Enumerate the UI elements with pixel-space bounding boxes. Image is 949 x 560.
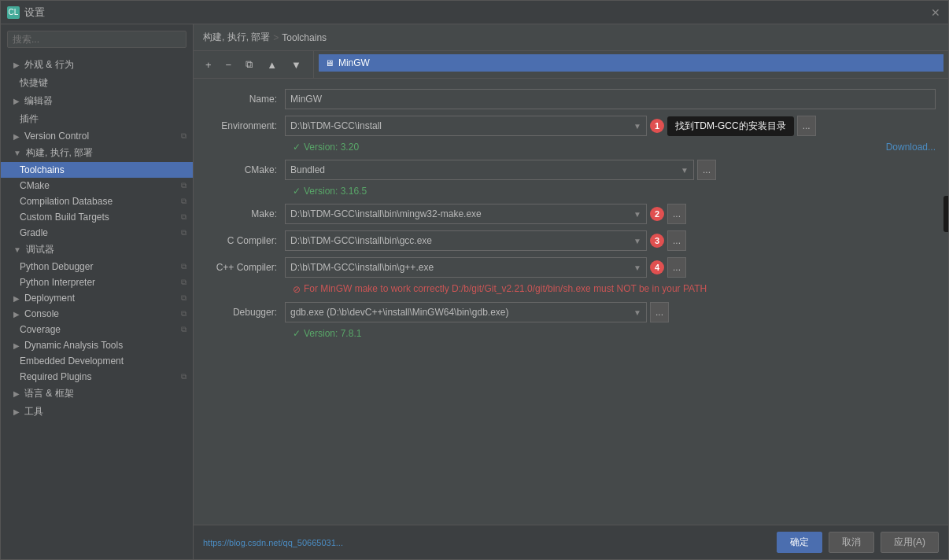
- make-row: Make: D:\b\TDM-GCC\install\bin\mingw32-m…: [206, 203, 936, 225]
- sidebar-item-shortcuts[interactable]: 快捷键: [1, 74, 193, 92]
- sidebar-item-version-control[interactable]: ▶ Version Control ⧉: [1, 128, 193, 144]
- ccompiler-dropdown[interactable]: D:\b\TDM-GCC\install\bin\gcc.exe ▼: [285, 230, 647, 251]
- sidebar-item-gradle[interactable]: Gradle ⧉: [1, 225, 193, 241]
- make-badge: 2: [650, 207, 664, 221]
- arrow-icon: ▶: [13, 310, 20, 319]
- sidebar-item-dynamic-analysis[interactable]: ▶ Dynamic Analysis Tools: [1, 337, 193, 353]
- sidebar-item-label: Custom Build Targets: [20, 212, 109, 223]
- make-dropdown[interactable]: D:\b\TDM-GCC\install\bin\mingw32-make.ex…: [285, 204, 647, 224]
- copy-icon: ⧉: [181, 278, 186, 287]
- env-control: D:\b\TDM-GCC\install ▼ 1 找到TDM-GCC的安装目录 …: [285, 116, 936, 136]
- main-panel: 构建, 执行, 部署 > Toolchains + − ⧉ ▲ ▼ 🖥 MinG…: [194, 24, 948, 559]
- copy-icon: ⧉: [181, 262, 186, 271]
- ccompiler-label: C Compiler:: [206, 235, 285, 246]
- sidebar-item-label: Compilation Database: [20, 196, 113, 207]
- download-link[interactable]: Download...: [886, 142, 936, 153]
- sidebar-item-label: Embedded Development: [20, 356, 124, 367]
- cppcompiler-badge: 4: [650, 260, 664, 274]
- arrow-icon: ▶: [13, 294, 20, 303]
- sidebar-item-required-plugins[interactable]: Required Plugins ⧉: [1, 369, 193, 385]
- cppcompiler-browse-button[interactable]: ...: [667, 257, 686, 278]
- close-button[interactable]: ✕: [929, 6, 942, 19]
- cppcompiler-control: D:\b\TDM-GCC\install\bin\g++.exe ▼ 4 ...: [285, 257, 936, 278]
- sidebar-item-cmake[interactable]: CMake ⧉: [1, 178, 193, 193]
- sidebar-item-label: Python Interpreter: [20, 277, 95, 288]
- copy-icon: ⧉: [181, 325, 186, 334]
- cmake-dropdown[interactable]: Bundled ▼: [285, 160, 694, 180]
- breadcrumb-sep: >: [273, 32, 279, 43]
- ccompiler-value: D:\b\TDM-GCC\install\bin\gcc.exe: [290, 235, 432, 246]
- env-version-text: Version: 3.20: [304, 142, 359, 153]
- right-annotation: 这几个就再bin目录下找相关 文件就行: [943, 196, 948, 232]
- chevron-down-icon: ▼: [633, 308, 641, 317]
- sidebar-item-editor[interactable]: ▶ 编辑器: [1, 92, 193, 110]
- app-icon: CL: [7, 6, 20, 19]
- cmake-browse-button[interactable]: ...: [697, 160, 716, 180]
- sidebar-item-debugger[interactable]: ▼ 调试器: [1, 241, 193, 259]
- sidebar-item-label: Python Debugger: [20, 261, 93, 272]
- sidebar-item-lang-framework[interactable]: ▶ 语言 & 框架: [1, 385, 193, 403]
- move-up-button[interactable]: ▲: [261, 57, 282, 73]
- sidebar-item-coverage[interactable]: Coverage ⧉: [1, 322, 193, 337]
- watermark-link: https://blog.csdn.net/qq_50665031...: [203, 538, 343, 547]
- sidebar-item-embedded-dev[interactable]: Embedded Development: [1, 353, 193, 369]
- remove-toolchain-button[interactable]: −: [220, 57, 238, 73]
- confirm-button[interactable]: 确定: [777, 532, 822, 553]
- cancel-button[interactable]: 取消: [829, 532, 874, 553]
- dialog-footer: https://blog.csdn.net/qq_50665031... 确定 …: [194, 525, 948, 559]
- cppcompiler-row: C++ Compiler: D:\b\TDM-GCC\install\bin\g…: [206, 256, 936, 278]
- debugger-version-text: Version: 7.8.1: [304, 328, 361, 339]
- debugger-version-row: ✓ Version: 7.8.1: [293, 328, 936, 339]
- chevron-down-icon: ▼: [633, 237, 641, 245]
- sidebar-item-tools[interactable]: ▶ 工具: [1, 403, 193, 421]
- sidebar-item-compilation-database[interactable]: Compilation Database ⧉: [1, 193, 193, 209]
- copy-icon: ⧉: [181, 131, 186, 141]
- sidebar-item-toolchains[interactable]: Toolchains: [1, 162, 193, 178]
- ccompiler-browse-button[interactable]: ...: [667, 230, 686, 251]
- copy-toolchain-button[interactable]: ⧉: [240, 56, 258, 73]
- breadcrumb: 构建, 执行, 部署 > Toolchains: [194, 24, 948, 51]
- sidebar-item-label: Toolchains: [20, 164, 65, 175]
- version-check-icon: ✓: [293, 186, 301, 197]
- cppcompiler-dropdown[interactable]: D:\b\TDM-GCC\install\bin\g++.exe ▼: [285, 257, 647, 278]
- debugger-control: gdb.exe (D:\b\devC++\install\MinGW64\bin…: [285, 302, 936, 322]
- toolchain-list-item-mingw[interactable]: 🖥 MinGW: [319, 54, 943, 72]
- cmake-value: Bundled: [290, 164, 325, 175]
- env-version-row: ✓ Version: 3.20 Download...: [293, 142, 936, 153]
- settings-dialog: CL 设置 ✕ ▶ 外观 & 行为 快捷键 ▶ 编辑器: [0, 0, 949, 560]
- ccompiler-control: D:\b\TDM-GCC\install\bin\gcc.exe ▼ 3 ...: [285, 230, 936, 251]
- arrow-icon: ▶: [13, 132, 20, 141]
- env-value: D:\b\TDM-GCC\install: [290, 120, 382, 131]
- sidebar-item-python-interpreter[interactable]: Python Interpreter ⧉: [1, 274, 193, 290]
- env-browse-button[interactable]: ...: [797, 116, 816, 136]
- sidebar-item-build-run-deploy[interactable]: ▼ 构建, 执行, 部署: [1, 144, 193, 162]
- add-toolchain-button[interactable]: +: [200, 57, 217, 73]
- copy-icon: ⧉: [181, 197, 186, 206]
- form-panel: Name: Environment: D:\b\TDM-GCC\install …: [194, 79, 948, 525]
- version-check-icon: ✓: [293, 328, 301, 339]
- env-badge: 1: [650, 119, 664, 133]
- cmake-row: CMake: Bundled ▼ ...: [206, 159, 936, 181]
- sidebar-item-python-debugger[interactable]: Python Debugger ⧉: [1, 259, 193, 274]
- copy-icon: ⧉: [181, 212, 186, 222]
- name-input[interactable]: [285, 89, 936, 109]
- arrow-icon: ▼: [13, 245, 21, 254]
- make-browse-button[interactable]: ...: [667, 204, 686, 224]
- sidebar-item-label: Version Control: [24, 131, 89, 142]
- env-dropdown[interactable]: D:\b\TDM-GCC\install ▼: [285, 116, 647, 136]
- dialog-content: ▶ 外观 & 行为 快捷键 ▶ 编辑器 插件 ▶ Version Control…: [1, 24, 948, 559]
- sidebar-item-deployment[interactable]: ▶ Deployment ⧉: [1, 290, 193, 306]
- debugger-browse-button[interactable]: ...: [650, 302, 669, 322]
- sidebar-item-console[interactable]: ▶ Console ⧉: [1, 306, 193, 322]
- sidebar-item-custom-build-targets[interactable]: Custom Build Targets ⧉: [1, 209, 193, 225]
- sidebar-item-label: 调试器: [26, 243, 54, 256]
- sidebar-item-appearance[interactable]: ▶ 外观 & 行为: [1, 56, 193, 74]
- sidebar-item-plugins[interactable]: 插件: [1, 110, 193, 128]
- apply-button[interactable]: 应用(A): [881, 532, 939, 553]
- debugger-dropdown[interactable]: gdb.exe (D:\b\devC++\install\MinGW64\bin…: [285, 302, 647, 322]
- sidebar-item-label: 外观 & 行为: [24, 58, 74, 72]
- title-text: 设置: [24, 6, 45, 20]
- search-input[interactable]: [7, 31, 186, 48]
- copy-icon: ⧉: [181, 228, 186, 238]
- move-down-button[interactable]: ▼: [286, 57, 307, 73]
